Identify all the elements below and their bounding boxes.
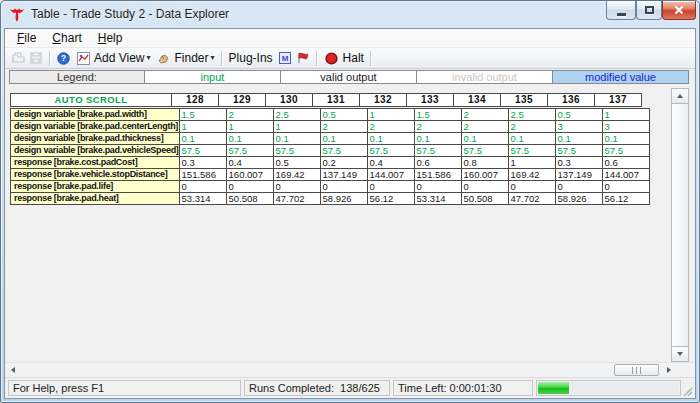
- table-cell[interactable]: 1: [602, 109, 649, 121]
- table-cell[interactable]: 57.5: [320, 145, 367, 157]
- table-cell[interactable]: 0.1: [508, 133, 555, 145]
- table-cell[interactable]: 57.5: [179, 145, 226, 157]
- table-cell[interactable]: 137.149: [320, 169, 367, 181]
- table-cell[interactable]: 1.5: [179, 109, 226, 121]
- table-cell[interactable]: 160.007: [226, 169, 273, 181]
- table-cell[interactable]: 57.5: [602, 145, 649, 157]
- row-label[interactable]: design variable [brake.pad.thickness]: [11, 133, 180, 145]
- table-cell[interactable]: 50.508: [461, 193, 508, 205]
- table-cell[interactable]: 0: [461, 181, 508, 193]
- table-cell[interactable]: 0.4: [367, 157, 414, 169]
- table-cell[interactable]: 1: [179, 121, 226, 133]
- table-cell[interactable]: 1: [508, 157, 555, 169]
- table-cell[interactable]: 2: [226, 109, 273, 121]
- resize-grip[interactable]: [684, 380, 692, 396]
- table-cell[interactable]: 0.3: [179, 157, 226, 169]
- table-cell[interactable]: 2.5: [508, 109, 555, 121]
- table-cell[interactable]: 2: [461, 109, 508, 121]
- table-cell[interactable]: 2: [414, 121, 461, 133]
- table-cell[interactable]: 0.6: [602, 157, 649, 169]
- column-header[interactable]: 137: [595, 94, 642, 107]
- table-cell[interactable]: 0.5: [320, 109, 367, 121]
- table-cell[interactable]: 0.1: [179, 133, 226, 145]
- row-label[interactable]: response [brake.pad.heat]: [11, 193, 180, 205]
- table-cell[interactable]: 47.702: [508, 193, 555, 205]
- scroll-down-button[interactable]: [671, 346, 689, 362]
- table-cell[interactable]: 0: [367, 181, 414, 193]
- column-header[interactable]: 134: [454, 94, 501, 107]
- table-cell[interactable]: 144.007: [602, 169, 649, 181]
- horizontal-scroll-track[interactable]: [21, 363, 661, 377]
- table-cell[interactable]: 144.007: [367, 169, 414, 181]
- row-label[interactable]: design variable [brake.pad.vehicleSpeed]: [11, 145, 180, 157]
- column-header[interactable]: 131: [313, 94, 360, 107]
- finder-button[interactable]: Finder ▾: [153, 50, 217, 66]
- minimize-button[interactable]: [606, 1, 636, 20]
- table-cell[interactable]: 1: [273, 121, 320, 133]
- table-cell[interactable]: 0.1: [414, 133, 461, 145]
- table-cell[interactable]: 53.314: [414, 193, 461, 205]
- table-cell[interactable]: 2: [461, 121, 508, 133]
- table-cell[interactable]: 0.1: [461, 133, 508, 145]
- table-cell[interactable]: 151.586: [414, 169, 461, 181]
- row-label[interactable]: response [brake.cost.padCost]: [11, 157, 180, 169]
- table-cell[interactable]: 0.8: [461, 157, 508, 169]
- table-cell[interactable]: 58.926: [320, 193, 367, 205]
- table-cell[interactable]: 57.5: [508, 145, 555, 157]
- table-cell[interactable]: 160.007: [461, 169, 508, 181]
- table-cell[interactable]: 169.42: [273, 169, 320, 181]
- column-header[interactable]: 128: [172, 94, 219, 107]
- table-cell[interactable]: 2: [367, 121, 414, 133]
- add-view-button[interactable]: Add View ▾: [72, 50, 153, 66]
- table-cell[interactable]: 57.5: [273, 145, 320, 157]
- table-cell[interactable]: 0.4: [226, 157, 273, 169]
- table-cell[interactable]: 1: [367, 109, 414, 121]
- scroll-left-button[interactable]: [5, 363, 21, 377]
- vertical-scroll-thumb[interactable]: [671, 104, 689, 346]
- table-cell[interactable]: 1.5: [414, 109, 461, 121]
- table-cell[interactable]: 0: [273, 181, 320, 193]
- maximize-button[interactable]: [636, 1, 662, 20]
- horizontal-scrollbar[interactable]: [5, 362, 695, 377]
- auto-scroll-header[interactable]: AUTO SCROLL: [11, 94, 172, 107]
- close-button[interactable]: [662, 1, 696, 20]
- row-label[interactable]: design variable [brake.pad.width]: [11, 109, 180, 121]
- table-cell[interactable]: 56.12: [602, 193, 649, 205]
- help-icon[interactable]: ?: [56, 51, 70, 65]
- table-cell[interactable]: 1: [226, 121, 273, 133]
- table-cell[interactable]: 0: [226, 181, 273, 193]
- column-header[interactable]: 132: [360, 94, 407, 107]
- menu-chart[interactable]: Chart: [44, 30, 89, 47]
- table-cell[interactable]: 0.1: [555, 133, 602, 145]
- column-header[interactable]: 133: [407, 94, 454, 107]
- table-cell[interactable]: 2.5: [273, 109, 320, 121]
- column-header[interactable]: 129: [219, 94, 266, 107]
- table-cell[interactable]: 0: [414, 181, 461, 193]
- table-cell[interactable]: 0.1: [320, 133, 367, 145]
- table-cell[interactable]: 0: [602, 181, 649, 193]
- table-cell[interactable]: 0: [508, 181, 555, 193]
- table-cell[interactable]: 50.508: [226, 193, 273, 205]
- table-cell[interactable]: 151.586: [179, 169, 226, 181]
- table-cell[interactable]: 0.1: [273, 133, 320, 145]
- table-cell[interactable]: 3: [555, 121, 602, 133]
- table-cell[interactable]: 57.5: [555, 145, 602, 157]
- table-cell[interactable]: 57.5: [414, 145, 461, 157]
- table-cell[interactable]: 2: [508, 121, 555, 133]
- table-cell[interactable]: 0.3: [555, 157, 602, 169]
- table-cell[interactable]: 57.5: [461, 145, 508, 157]
- plugin-matlab-icon[interactable]: M: [278, 51, 292, 65]
- column-header[interactable]: 135: [501, 94, 548, 107]
- menu-file[interactable]: File: [9, 30, 44, 47]
- plugin-flag-icon[interactable]: [296, 51, 310, 65]
- scroll-right-button[interactable]: [661, 363, 677, 377]
- table-cell[interactable]: 0.1: [226, 133, 273, 145]
- scroll-up-button[interactable]: [671, 88, 689, 104]
- table-cell[interactable]: 56.12: [367, 193, 414, 205]
- table-cell[interactable]: 0.1: [602, 133, 649, 145]
- column-header[interactable]: 130: [266, 94, 313, 107]
- table-cell[interactable]: 2: [320, 121, 367, 133]
- table-cell[interactable]: 0: [179, 181, 226, 193]
- table-cell[interactable]: 57.5: [226, 145, 273, 157]
- table-cell[interactable]: 169.42: [508, 169, 555, 181]
